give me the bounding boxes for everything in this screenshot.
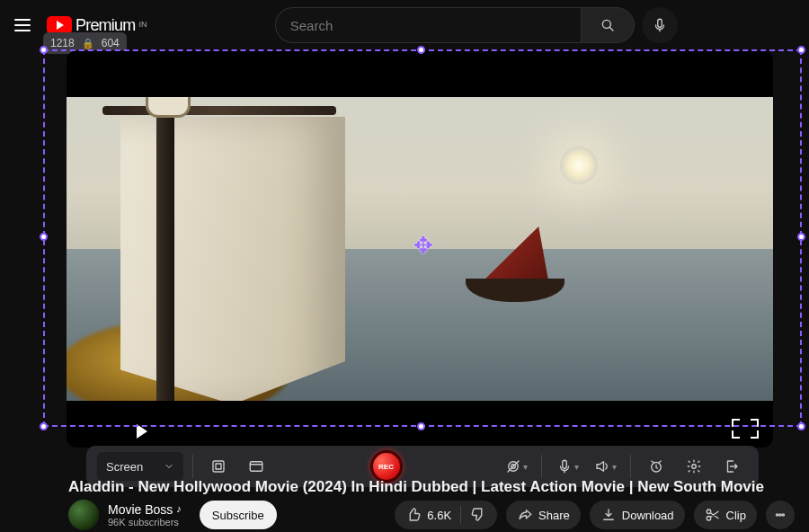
- window-icon: [248, 458, 264, 474]
- source-dropdown[interactable]: Screen: [97, 452, 183, 481]
- svg-rect-5: [250, 462, 262, 472]
- share-button[interactable]: Share: [506, 501, 581, 529]
- video-frame: [67, 97, 773, 401]
- microphone-icon: [556, 458, 573, 474]
- music-note-icon: ♪: [176, 503, 182, 515]
- download-label: Download: [622, 509, 674, 522]
- search-icon: [600, 17, 616, 33]
- exit-icon: [724, 458, 740, 474]
- search-wrap: [157, 7, 795, 43]
- svg-point-12: [692, 465, 697, 469]
- handle-bottom-mid[interactable]: [417, 422, 425, 430]
- search-button[interactable]: [581, 7, 635, 43]
- channel-info[interactable]: Movie Boss♪ 96K subscribers: [108, 502, 182, 528]
- subscriber-count: 96K subscribers: [108, 517, 182, 528]
- svg-rect-4: [216, 464, 221, 469]
- handle-top-right[interactable]: [797, 46, 805, 54]
- divider: [630, 455, 631, 478]
- video-player[interactable]: [67, 50, 773, 448]
- svg-line-1: [609, 27, 613, 31]
- like-button[interactable]: 6.6K: [405, 507, 451, 523]
- channel-avatar[interactable]: [68, 500, 99, 530]
- clip-label: Clip: [726, 509, 746, 522]
- letterbox-top: [67, 50, 773, 97]
- clip-button[interactable]: Clip: [694, 501, 757, 529]
- svg-rect-3: [213, 461, 224, 472]
- search-input[interactable]: [275, 7, 581, 43]
- video-title: Aladdin - New Hollywood Movie (2024) In …: [68, 478, 791, 496]
- webcam-off-icon: [505, 458, 521, 474]
- like-count: 6.6K: [427, 509, 451, 522]
- download-icon: [600, 507, 617, 523]
- thumbs-up-icon: [405, 507, 422, 523]
- more-actions-button[interactable]: [766, 501, 795, 529]
- handle-top-mid[interactable]: [417, 46, 425, 54]
- dislike-button[interactable]: [470, 506, 486, 525]
- divider: [541, 455, 542, 478]
- video-meta-row: Movie Boss♪ 96K subscribers Subscribe 6.…: [68, 499, 795, 531]
- source-label: Screen: [106, 460, 143, 474]
- handle-bottom-left[interactable]: [40, 422, 48, 430]
- gear-icon: [686, 458, 702, 474]
- menu-button[interactable]: [14, 14, 36, 36]
- microphone-icon: [652, 17, 668, 33]
- subscribe-button[interactable]: Subscribe: [200, 501, 277, 529]
- speaker-icon: [594, 458, 610, 474]
- lock-icon: 🔒: [82, 38, 94, 49]
- share-icon: [517, 507, 533, 523]
- more-horizontal-icon: [772, 507, 788, 523]
- svg-line-9: [508, 461, 519, 472]
- youtube-play-icon: [47, 16, 72, 34]
- chevron-down-icon: [164, 461, 174, 472]
- selection-width: 1218: [50, 37, 75, 49]
- download-button[interactable]: Download: [590, 501, 685, 529]
- handle-mid-left[interactable]: [40, 233, 48, 241]
- scissors-icon: [705, 507, 721, 523]
- channel-name: Movie Boss: [108, 502, 173, 517]
- region-badge: IN: [138, 20, 147, 29]
- handle-mid-right[interactable]: [797, 233, 805, 241]
- divider: [192, 455, 193, 478]
- svg-rect-10: [562, 460, 566, 468]
- play-icon[interactable]: [137, 424, 151, 439]
- share-label: Share: [538, 509, 570, 522]
- voice-search-button[interactable]: [642, 7, 678, 43]
- thumbs-down-icon: [470, 506, 486, 522]
- svg-rect-2: [657, 19, 662, 27]
- rec-label: REC: [378, 463, 394, 471]
- search-box: [275, 7, 635, 43]
- like-dislike-pill: 6.6K: [395, 501, 497, 529]
- handle-top-left[interactable]: [40, 46, 48, 54]
- handle-bottom-right[interactable]: [797, 422, 805, 430]
- selection-height: 604: [102, 37, 120, 49]
- crop-region-icon: [210, 458, 227, 474]
- fullscreen-button[interactable]: [732, 419, 759, 439]
- alarm-clock-icon: [648, 458, 664, 474]
